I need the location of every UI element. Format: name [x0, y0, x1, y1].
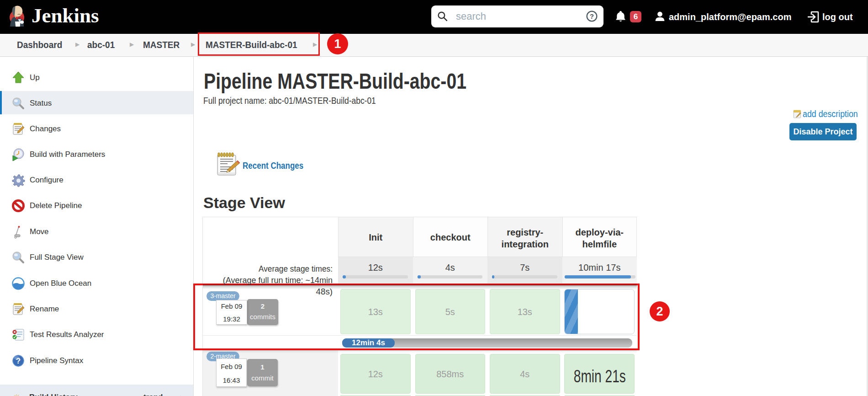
svg-text:?: ? — [590, 13, 594, 20]
svg-text:?: ? — [16, 357, 21, 365]
